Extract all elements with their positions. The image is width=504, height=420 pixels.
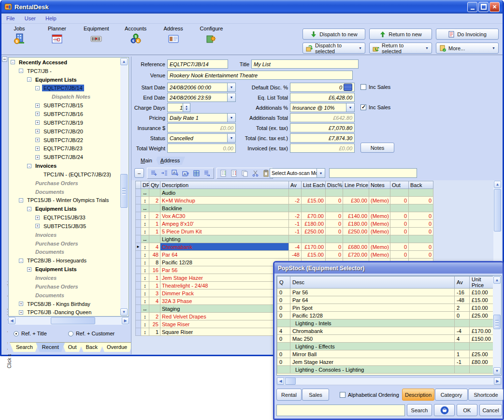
popstock-row[interactable]: 0 Pacific 12/28 0 £25.00 — [277, 312, 493, 319]
popstock-row[interactable]: Lighting - Consoles - Lighting — [277, 366, 493, 374]
grid-row[interactable]: ↕ 2 K+M Winchup -2 £15.00 0 £30.00 (Memo… — [136, 197, 433, 204]
scrollbar-thumb[interactable] — [51, 317, 95, 324]
form-tab[interactable]: Address — [155, 157, 185, 165]
return-to-new-button[interactable]: Return to new — [369, 29, 432, 40]
navigator-tab[interactable]: Back — [79, 342, 103, 352]
rental-button[interactable]: Rental — [276, 389, 302, 401]
tree-expander[interactable]: + — [19, 302, 23, 306]
scroll-down-icon[interactable]: ▼ — [120, 308, 128, 316]
popstock-search-input[interactable] — [276, 405, 405, 416]
form-field[interactable]: 24/08/2006 23:59 — [167, 93, 236, 102]
col-av[interactable]: Av — [455, 276, 470, 289]
tree-item[interactable]: - TPC28/JB - Horseguards — [9, 256, 120, 265]
cut-icon[interactable] — [250, 169, 260, 178]
tree-item[interactable]: + SUBTPC7/JB/15 — [9, 101, 120, 110]
tree-expander[interactable]: - — [19, 69, 23, 73]
category-sort-button[interactable]: Category — [435, 389, 468, 401]
tree-item[interactable]: + EQLTPC7/JB/23 — [9, 144, 120, 153]
tree-expander[interactable]: + — [35, 103, 40, 108]
grid-row[interactable]: ↕ 1 5 Piece Drum Kit -1 £250.00 0 £250.0… — [136, 228, 433, 235]
scroll-up-icon[interactable]: ▲ — [494, 181, 501, 188]
do-invoicing-button[interactable]: Do Invoicing — [436, 29, 499, 40]
tree-item[interactable]: TPC1/IN - (EQLTPC7/JB/23) — [9, 170, 120, 179]
tree-item[interactable]: Documents — [9, 291, 120, 300]
tree-item[interactable]: + SUBTPC7/JB/20 — [9, 127, 120, 136]
popstock-horizontal-scrollbar[interactable]: ◀ ▶ — [276, 377, 502, 385]
tree-expander[interactable]: + — [19, 310, 23, 315]
tree-item[interactable]: + TPC76/JB -Dancing Queen — [9, 308, 120, 316]
form-field[interactable]: Cancelled — [167, 133, 236, 143]
scroll-left-icon[interactable]: ◀ — [8, 317, 15, 324]
col-dr[interactable]: DR — [141, 181, 149, 189]
navigator-tab[interactable]: Overdue — [101, 342, 133, 352]
tree-item[interactable]: + TPC58/JB - Kings Birthday — [9, 300, 120, 308]
tree-item[interactable]: Purchase Orders — [9, 239, 120, 248]
toolbar-planner[interactable]: Planner — [46, 25, 68, 56]
autoscan-mode-select[interactable]: Select Auto-scan Mode — [270, 168, 325, 178]
grid-row[interactable]: ↔ Lighting — [136, 235, 433, 243]
form-field[interactable]: £7,874.30 — [290, 133, 355, 143]
form-field[interactable]: 24/08/2006 00:00 — [167, 83, 236, 92]
basket-button[interactable] — [434, 404, 455, 416]
minimize-button[interactable] — [467, 2, 477, 12]
navigator-tab[interactable]: Recent — [36, 342, 65, 352]
alphabetical-ordering-checkbox[interactable]: Alphabetical Ordering — [340, 392, 399, 398]
maximize-button[interactable] — [478, 2, 489, 12]
toolbar-accounts[interactable]: Accounts $€£ — [125, 25, 147, 56]
tree-item[interactable]: + SUBTPC15/JB/35 — [9, 222, 120, 231]
col-out[interactable]: Out — [390, 181, 409, 189]
toolbar-jobs[interactable]: Jobs $ — [8, 25, 30, 56]
more-button[interactable]: More... ▼ — [436, 43, 499, 54]
tree-item[interactable]: - Recently Accessed — [9, 58, 120, 67]
menu-help[interactable]: Help — [45, 15, 57, 23]
menu-file[interactable]: File — [6, 15, 15, 23]
grid-row[interactable]: ↕ 1 Ampeg 8'x10' -1 £180.00 0 £180.00 (M… — [136, 220, 433, 228]
title-field[interactable]: My List — [251, 59, 359, 69]
description-sort-button[interactable]: Description — [402, 389, 434, 401]
tree-item[interactable]: Documents — [9, 248, 120, 257]
tree-item[interactable]: - TPC7/JB - — [9, 67, 120, 75]
popstock-row[interactable]: Lighting - Intels — [277, 319, 493, 327]
popstock-row[interactable]: 0 Par 64 -48 £15.00 — [277, 296, 493, 304]
notes-button[interactable]: Notes — [360, 143, 394, 153]
tree-item[interactable]: + SUBTPC7/JB/24 — [9, 153, 120, 161]
tree-expander[interactable]: + — [35, 112, 40, 116]
col-qty[interactable]: Qty — [149, 181, 160, 189]
tree-expander[interactable]: - — [27, 164, 31, 168]
tree-item[interactable]: - Equipment Lists — [9, 204, 120, 213]
col-line-price[interactable]: Line Price — [343, 181, 369, 189]
tree-item[interactable]: Invoices — [9, 231, 120, 239]
ok-button[interactable]: OK — [457, 404, 477, 416]
tree-expander[interactable]: - — [19, 198, 23, 203]
tree-item[interactable]: - Invoices — [9, 161, 120, 170]
tree-item[interactable]: Invoices — [9, 274, 120, 282]
form-field[interactable]: 0.00 — [167, 144, 236, 153]
form-field[interactable]: £0.00 — [167, 123, 236, 132]
form-tab[interactable]: Main — [135, 157, 158, 165]
popstock-titlebar[interactable]: PopStock (Equipment Selector) — [274, 262, 503, 274]
inc-sales-checkbox-top[interactable]: Inc Sales — [360, 84, 390, 90]
tree-horizontal-scrollbar[interactable]: ◀ ▶ — [8, 317, 129, 325]
tree-item[interactable]: + SUBTPC7/JB/22 — [9, 136, 120, 145]
popstock-row[interactable]: Lighting - Effects — [277, 343, 493, 350]
tree-expander[interactable]: - — [35, 86, 40, 90]
tree-expander[interactable]: + — [35, 138, 40, 142]
col-list-each[interactable]: List Each — [302, 181, 326, 189]
tree-item[interactable]: Purchase Orders — [9, 282, 120, 291]
tree-item[interactable]: + SUBTPC7/JB/16 — [9, 110, 120, 118]
popstock-row[interactable]: 0 Jem Stage Hazer -1 £80.00 — [277, 358, 493, 366]
dispatch-to-selected-button[interactable]: Dispatch to selected ▼ — [302, 43, 365, 54]
sort-up-icon[interactable]: A — [181, 169, 191, 178]
tree-expander[interactable]: + — [35, 129, 40, 133]
radio-ref-customer[interactable]: Ref. + Customer — [68, 331, 115, 336]
tree-item[interactable]: + SUBTPC7/JB/19 — [9, 118, 120, 127]
toolbar-equipment[interactable]: Equipment — [84, 25, 109, 56]
form-field[interactable]: 1 — [167, 103, 190, 112]
tree-expander[interactable]: - — [11, 60, 15, 64]
table-view-icon[interactable] — [191, 169, 202, 178]
cancel-button[interactable]: Cancel — [479, 404, 502, 416]
toolbar-configure[interactable]: Configure — [200, 25, 223, 56]
scroll-down-icon[interactable]: ▼ — [493, 367, 501, 375]
popstock-row[interactable]: 0 Mac 250 4 £150.00 — [277, 335, 493, 343]
shortcode-sort-button[interactable]: Shortcode — [468, 389, 504, 401]
